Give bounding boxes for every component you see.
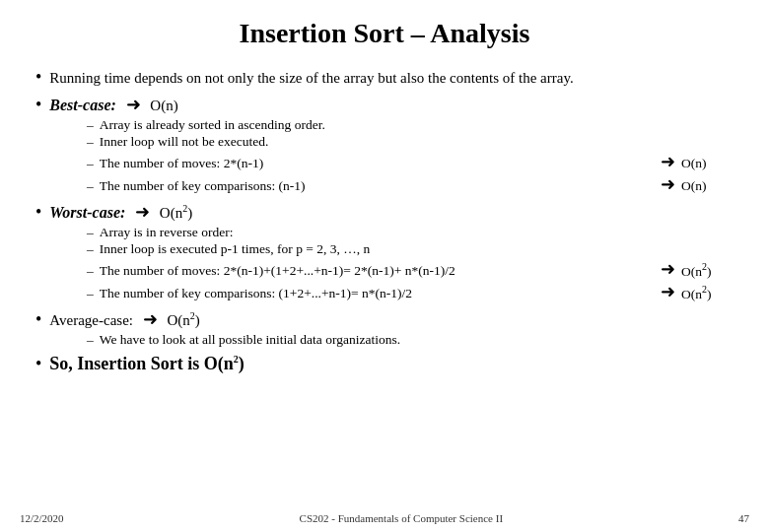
worst-case-sub-4: – The number of key comparisons: (1+2+..… bbox=[87, 281, 734, 302]
worst-sub-text-1: Array is in reverse order: bbox=[100, 225, 734, 240]
bullet-dot-5: • bbox=[35, 354, 41, 374]
bullet-1-text: Running time depends on not only the siz… bbox=[49, 70, 734, 87]
avg-case-subitems: – We have to look at all possible initia… bbox=[87, 332, 734, 348]
worst-case-arrow: ➜ bbox=[135, 202, 150, 222]
bullet-dot-1: • bbox=[35, 67, 41, 88]
best-sub-text-3: The number of moves: 2*(n-1) bbox=[100, 156, 655, 171]
best-sub-text-4: The number of key comparisons: (n-1) bbox=[100, 178, 655, 194]
bullet-4-section: • Average-case: ➜ O(n2) – We have to loo… bbox=[35, 308, 734, 348]
best-case-sub-3: – The number of moves: 2*(n-1) ➜ O(n) bbox=[87, 151, 734, 172]
best-case-arrow: ➜ bbox=[126, 95, 141, 114]
best-sub-text-1: Array is already sorted in ascending ord… bbox=[100, 117, 734, 133]
bullet-3: • Worst-case: ➜ O(n2) bbox=[35, 201, 734, 223]
best-case-subitems: – Array is already sorted in ascending o… bbox=[87, 117, 734, 195]
bullet-5-section: • So, Insertion Sort is O(n2) bbox=[35, 354, 734, 374]
bullet-2: • Best-case: ➜ O(n) bbox=[35, 94, 734, 115]
bullet-dot-2: • bbox=[35, 95, 41, 115]
footer-page: 47 bbox=[738, 512, 749, 524]
worst-case-subitems: – Array is in reverse order: – Inner loo… bbox=[87, 225, 734, 302]
bullet-dot-3: • bbox=[35, 202, 41, 223]
bullet-5-text: So, Insertion Sort is O(n2) bbox=[49, 354, 734, 374]
footer-course: CS202 - Fundamentals of Computer Science… bbox=[300, 512, 504, 524]
avg-case-arrow: ➜ bbox=[143, 309, 158, 329]
bullet-2-section: • Best-case: ➜ O(n) – Array is already s… bbox=[35, 94, 734, 195]
worst-sub-text-2: Inner loop is executed p-1 times, for p … bbox=[100, 241, 734, 257]
bullet-3-section: • Worst-case: ➜ O(n2) – Array is in reve… bbox=[35, 201, 734, 302]
avg-case-result: O(n2) bbox=[167, 312, 199, 328]
best-case-sub-4: – The number of key comparisons: (n-1) ➜… bbox=[87, 173, 734, 195]
worst-sub-result-3: ➜ O(n2) bbox=[655, 258, 734, 280]
avg-case-label: Average-case: bbox=[49, 312, 133, 328]
best-case-sub-2: – Inner loop will not be executed. bbox=[87, 134, 734, 150]
bullet-dot-4: • bbox=[35, 309, 41, 330]
best-sub-result-3: ➜ O(n) bbox=[655, 151, 734, 172]
footer-date: 12/2/2020 bbox=[20, 512, 64, 524]
worst-case-sub-1: – Array is in reverse order: bbox=[87, 225, 734, 240]
slide: Insertion Sort – Analysis • Running time… bbox=[0, 0, 769, 532]
bullet-3-text: Worst-case: ➜ O(n2) bbox=[49, 201, 734, 223]
bullet-5: • So, Insertion Sort is O(n2) bbox=[35, 354, 734, 374]
bullet-2-text: Best-case: ➜ O(n) bbox=[49, 94, 734, 115]
best-sub-result-4: ➜ O(n) bbox=[655, 173, 734, 195]
bullet-4: • Average-case: ➜ O(n2) bbox=[35, 308, 734, 330]
worst-case-sub-3: – The number of moves: 2*(n-1)+(1+2+...+… bbox=[87, 258, 734, 280]
worst-case-sub-2: – Inner loop is executed p-1 times, for … bbox=[87, 241, 734, 257]
footer: 12/2/2020 CS202 - Fundamentals of Comput… bbox=[20, 512, 749, 524]
bullet-1-section: • Running time depends on not only the s… bbox=[35, 67, 734, 88]
slide-title: Insertion Sort – Analysis bbox=[35, 18, 734, 49]
best-case-sub-1: – Array is already sorted in ascending o… bbox=[87, 117, 734, 133]
avg-sub-text-1: We have to look at all possible initial … bbox=[100, 332, 734, 348]
bullet-4-text: Average-case: ➜ O(n2) bbox=[49, 308, 734, 330]
worst-sub-text-3: The number of moves: 2*(n-1)+(1+2+...+n-… bbox=[100, 263, 655, 279]
bullet-1: • Running time depends on not only the s… bbox=[35, 67, 734, 88]
worst-sub-result-4: ➜ O(n2) bbox=[655, 281, 734, 302]
avg-case-sub-1: – We have to look at all possible initia… bbox=[87, 332, 734, 348]
worst-sub-text-4: The number of key comparisons: (1+2+...+… bbox=[100, 286, 655, 301]
worst-case-label: Worst-case: bbox=[49, 204, 125, 221]
worst-case-result: O(n2) bbox=[160, 205, 192, 221]
best-sub-text-2: Inner loop will not be executed. bbox=[100, 134, 734, 150]
best-case-result: O(n) bbox=[150, 98, 177, 113]
best-case-label: Best-case: bbox=[49, 97, 116, 113]
